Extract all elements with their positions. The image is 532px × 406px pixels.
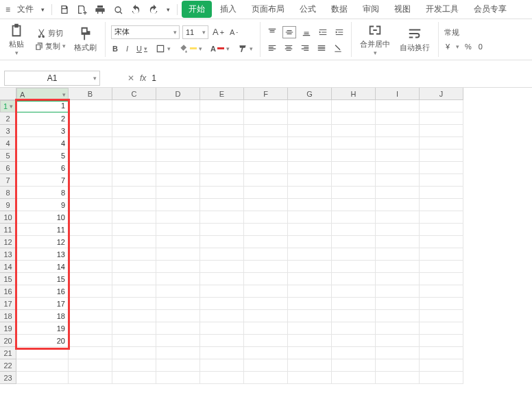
- tab-review[interactable]: 审阅: [356, 1, 386, 18]
- cell-J19[interactable]: [420, 322, 463, 335]
- row-header-1[interactable]: 1: [0, 100, 16, 112]
- cell-B12[interactable]: [69, 236, 112, 248]
- cell-B17[interactable]: [69, 298, 112, 310]
- cell-A20[interactable]: 20: [16, 335, 69, 347]
- cell-A23[interactable]: [16, 372, 69, 384]
- cell-B21[interactable]: [69, 347, 112, 359]
- cell-E10[interactable]: [200, 211, 244, 224]
- font-grow-button[interactable]: A+: [211, 26, 226, 38]
- percent-button[interactable]: %: [463, 42, 473, 51]
- cell-A16[interactable]: 16: [16, 285, 69, 298]
- cell-D14[interactable]: [156, 261, 200, 273]
- row-header-8[interactable]: 8: [0, 187, 16, 199]
- cell-I16[interactable]: [376, 285, 420, 298]
- align-middle-button[interactable]: [282, 26, 296, 38]
- align-justify-button[interactable]: [315, 43, 328, 53]
- cell-C11[interactable]: [112, 224, 156, 236]
- border-button[interactable]: ▾: [154, 43, 172, 54]
- cell-F15[interactable]: [244, 273, 288, 285]
- cell-J5[interactable]: [420, 150, 463, 162]
- cell-E19[interactable]: [200, 322, 244, 335]
- cell-F7[interactable]: [244, 174, 288, 187]
- cell-F3[interactable]: [244, 125, 288, 137]
- font-color-button[interactable]: A▾: [209, 44, 231, 53]
- menu-icon[interactable]: ≡: [3, 3, 13, 16]
- cell-F12[interactable]: [244, 236, 288, 248]
- cell-J2[interactable]: [420, 112, 463, 125]
- clear-format-button[interactable]: ▾: [237, 43, 254, 54]
- cell-I15[interactable]: [376, 273, 420, 285]
- cell-H3[interactable]: [332, 125, 376, 137]
- cell-G16[interactable]: [288, 285, 332, 298]
- cell-I2[interactable]: [376, 112, 420, 125]
- cell-I21[interactable]: [376, 347, 420, 359]
- cell-C7[interactable]: [112, 174, 156, 187]
- cell-G3[interactable]: [288, 125, 332, 137]
- col-header-D[interactable]: D: [156, 88, 200, 100]
- merge-center-button[interactable]: 合并居中▾: [357, 21, 393, 58]
- cell-H13[interactable]: [332, 248, 376, 261]
- cell-F16[interactable]: [244, 285, 288, 298]
- cell-F18[interactable]: [244, 310, 288, 322]
- cell-I17[interactable]: [376, 298, 420, 310]
- cell-A18[interactable]: 18: [16, 310, 69, 322]
- cell-I6[interactable]: [376, 162, 420, 174]
- cell-D18[interactable]: [156, 310, 200, 322]
- cell-J15[interactable]: [420, 273, 463, 285]
- cell-C19[interactable]: [112, 322, 156, 335]
- cell-H5[interactable]: [332, 150, 376, 162]
- align-bottom-button[interactable]: [300, 27, 313, 38]
- cell-G9[interactable]: [288, 199, 332, 211]
- cell-C5[interactable]: [112, 150, 156, 162]
- cell-E2[interactable]: [200, 112, 244, 125]
- row-header-21[interactable]: 21: [0, 347, 16, 359]
- undo-icon[interactable]: [128, 3, 144, 16]
- cell-J23[interactable]: [420, 372, 463, 384]
- redo-icon[interactable]: [145, 3, 162, 16]
- cell-J10[interactable]: [420, 211, 463, 224]
- cell-E8[interactable]: [200, 187, 244, 199]
- cell-D19[interactable]: [156, 322, 200, 335]
- cell-D17[interactable]: [156, 298, 200, 310]
- cell-J1[interactable]: [420, 100, 463, 112]
- cell-D7[interactable]: [156, 174, 200, 187]
- tab-member[interactable]: 会员专享: [467, 1, 513, 18]
- underline-button[interactable]: U▾: [135, 44, 149, 53]
- wrap-text-button[interactable]: 自动换行: [397, 25, 433, 54]
- quickaccess-dropdown-icon[interactable]: ▾: [164, 5, 173, 14]
- cell-I9[interactable]: [376, 199, 420, 211]
- cell-B2[interactable]: [69, 112, 112, 125]
- cell-D16[interactable]: [156, 285, 200, 298]
- cell-F21[interactable]: [244, 347, 288, 359]
- cell-B11[interactable]: [69, 224, 112, 236]
- cell-B18[interactable]: [69, 310, 112, 322]
- cell-H8[interactable]: [332, 187, 376, 199]
- name-box[interactable]: A1: [4, 71, 100, 86]
- cell-E15[interactable]: [200, 273, 244, 285]
- cell-C4[interactable]: [112, 137, 156, 150]
- cell-G15[interactable]: [288, 273, 332, 285]
- cell-J20[interactable]: [420, 335, 463, 347]
- cell-G18[interactable]: [288, 310, 332, 322]
- col-header-A[interactable]: A: [16, 88, 69, 102]
- cell-I10[interactable]: [376, 211, 420, 224]
- cell-A22[interactable]: [16, 359, 69, 372]
- format-painter-button[interactable]: 格式刷: [71, 25, 99, 54]
- cell-C2[interactable]: [112, 112, 156, 125]
- cell-G1[interactable]: [288, 100, 332, 112]
- cell-B7[interactable]: [69, 174, 112, 187]
- cell-J11[interactable]: [420, 224, 463, 236]
- cell-J18[interactable]: [420, 310, 463, 322]
- cell-C17[interactable]: [112, 298, 156, 310]
- row-header-4[interactable]: 4: [0, 137, 16, 150]
- cell-A4[interactable]: 4: [16, 137, 69, 150]
- cell-B8[interactable]: [69, 187, 112, 199]
- cell-I3[interactable]: [376, 125, 420, 137]
- col-header-B[interactable]: B: [69, 88, 112, 100]
- cell-H15[interactable]: [332, 273, 376, 285]
- cell-I5[interactable]: [376, 150, 420, 162]
- cell-I18[interactable]: [376, 310, 420, 322]
- cell-D1[interactable]: [156, 100, 200, 112]
- cell-G23[interactable]: [288, 372, 332, 384]
- row-header-3[interactable]: 3: [0, 125, 16, 137]
